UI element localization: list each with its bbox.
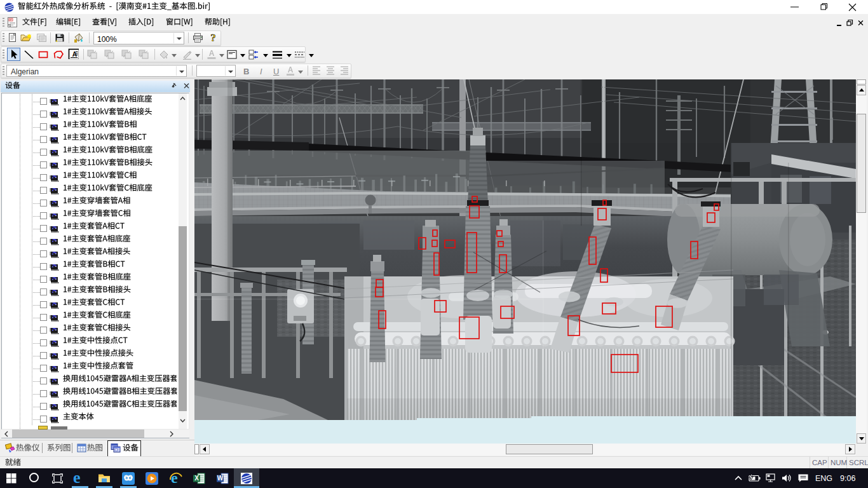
svg-text:W: W xyxy=(217,475,224,482)
svg-text:?: ? xyxy=(210,32,216,43)
svg-text:A: A xyxy=(288,65,294,74)
svg-text:A: A xyxy=(209,49,215,58)
svg-text:X: X xyxy=(194,475,199,482)
